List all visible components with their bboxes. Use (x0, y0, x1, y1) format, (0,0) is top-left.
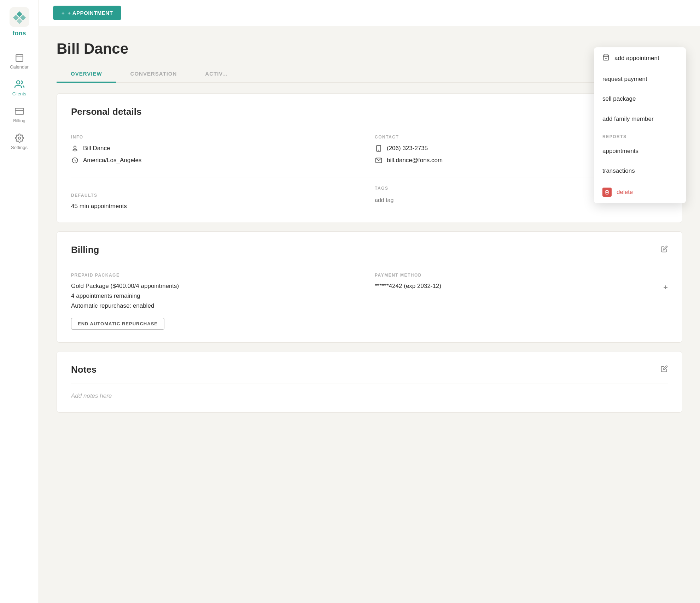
svg-point-8 (18, 137, 21, 140)
svg-point-10 (73, 149, 77, 151)
personal-details-title: Personal details (71, 106, 668, 117)
sidebar-item-label: Settings (11, 145, 28, 150)
sidebar-item-label: Calendar (10, 64, 29, 70)
sidebar-item-calendar[interactable]: Calendar (0, 48, 39, 75)
add-appointment-button[interactable]: + + APPOINTMENT (53, 6, 121, 20)
menu-item-delete[interactable]: delete (594, 181, 686, 203)
sidebar-item-billing[interactable]: Billing (0, 101, 39, 128)
notes-card: Notes Add notes here (57, 351, 682, 413)
fons-label: fons (13, 30, 26, 37)
notes-placeholder: Add notes here (71, 392, 668, 400)
menu-item-label: add family member (602, 116, 654, 123)
fons-logo (10, 7, 29, 27)
menu-item-label: sell package (602, 95, 636, 102)
appointments-remaining: 4 appointments remaining (71, 292, 364, 300)
name-row: Bill Dance (71, 144, 364, 152)
payment-section: PAYMENT METHOD ******4242 (exp 2032-12) … (375, 273, 668, 330)
email-icon (375, 156, 383, 164)
billing-edit-button[interactable] (661, 246, 668, 254)
delete-label: delete (617, 189, 633, 196)
prepaid-label: PREPAID PACKAGE (71, 273, 364, 278)
phone-value: (206) 323-2735 (387, 145, 428, 152)
sidebar-item-label: Billing (13, 118, 25, 123)
info-section: INFO Bill Dance (71, 135, 364, 169)
package-name: Gold Package ($400.00/4 appointments) (71, 283, 364, 290)
menu-item-add-appointment[interactable]: add appointment (594, 47, 686, 69)
menu-item-transactions[interactable]: transactions (594, 161, 686, 181)
email-value: bill.dance@fons.com (387, 157, 443, 164)
menu-item-label: request payment (602, 76, 647, 83)
timezone-row: America/Los_Angeles (71, 156, 364, 164)
billing-card: Billing PREPAID PACKAGE Gold Package ($4… (57, 231, 682, 343)
sidebar-item-clients[interactable]: Clients (0, 75, 39, 101)
menu-item-sell-package[interactable]: sell package (594, 89, 686, 109)
menu-item-appointments[interactable]: appointments (594, 141, 686, 161)
menu-item-request-payment[interactable]: request payment (594, 69, 686, 89)
sidebar-item-settings[interactable]: Settings (0, 128, 39, 155)
logo-area: fons (10, 7, 29, 37)
menu-item-label: appointments (602, 148, 638, 155)
page-content: Bill Dance OVERVIEW CONVERSATION ACTIV..… (39, 26, 700, 603)
page-title: Bill Dance (57, 40, 682, 57)
defaults-label: DEFAULTS (71, 193, 364, 198)
menu-item-label: add appointment (614, 55, 659, 62)
personal-details-card: Personal details INFO Bill Dance (57, 93, 682, 223)
defaults-tags-grid: DEFAULTS 45 min appointments TAGS (71, 186, 668, 210)
payment-label: PAYMENT METHOD (375, 273, 668, 278)
billing-icon (14, 106, 24, 116)
sidebar: fons Calendar Clients (0, 0, 39, 603)
dropdown-menu: add appointment request payment sell pac… (594, 47, 686, 203)
timezone-value: America/Los_Angeles (83, 157, 141, 164)
svg-rect-15 (603, 55, 609, 60)
person-icon (71, 144, 79, 152)
notes-edit-button[interactable] (661, 365, 668, 374)
info-label: INFO (71, 135, 364, 140)
add-payment-button[interactable]: + (663, 283, 668, 292)
svg-rect-1 (16, 54, 23, 61)
billing-title: Billing (71, 244, 668, 255)
plus-icon: + (62, 10, 65, 16)
notes-title: Notes (71, 364, 668, 375)
tag-input[interactable] (375, 196, 445, 205)
reports-label: REPORTS (594, 129, 686, 141)
prepaid-section: PREPAID PACKAGE Gold Package ($400.00/4 … (71, 273, 364, 330)
trash-icon (602, 188, 612, 197)
client-name: Bill Dance (83, 145, 110, 152)
tab-activity[interactable]: ACTIV... (191, 66, 242, 83)
svg-point-5 (16, 81, 19, 84)
billing-grid: PREPAID PACKAGE Gold Package ($400.00/4 … (71, 273, 668, 330)
settings-icon (14, 133, 24, 143)
tab-overview[interactable]: OVERVIEW (57, 66, 116, 83)
calendar-menu-icon (602, 54, 609, 63)
payment-value: ******4242 (exp 2032-12) (375, 283, 441, 290)
auto-repurchase: Automatic repurchase: enabled (71, 302, 364, 309)
clock-icon (71, 156, 79, 164)
appointment-button-label: + APPOINTMENT (68, 10, 113, 16)
defaults-value: 45 min appointments (71, 203, 364, 210)
topbar: + + APPOINTMENT (39, 0, 700, 26)
defaults-section: DEFAULTS 45 min appointments (71, 193, 364, 210)
clients-icon (14, 79, 24, 89)
calendar-icon (14, 53, 24, 63)
payment-row: ******4242 (exp 2032-12) + (375, 283, 668, 292)
end-repurchase-button[interactable]: END AUTOMATIC REPURCHASE (71, 318, 164, 330)
details-grid: INFO Bill Dance (71, 135, 668, 169)
menu-item-add-family-member[interactable]: add family member (594, 109, 686, 129)
svg-rect-6 (15, 108, 24, 114)
tab-conversation[interactable]: CONVERSATION (116, 66, 191, 83)
svg-point-9 (74, 146, 76, 148)
main-content: + + APPOINTMENT Bill Dance OVERVIEW CONV… (39, 0, 700, 603)
phone-icon (375, 144, 383, 152)
sidebar-item-label: Clients (12, 91, 27, 96)
menu-item-label: transactions (602, 167, 635, 175)
tabs: OVERVIEW CONVERSATION ACTIV... (57, 66, 682, 83)
